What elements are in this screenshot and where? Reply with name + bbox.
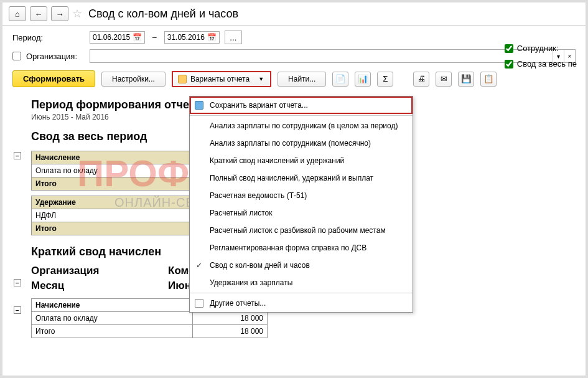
dropdown-item[interactable]: Анализ зарплаты по сотрудникам (помесячн… — [190, 135, 413, 152]
month-field-label: Месяц — [31, 280, 168, 292]
whole-period-label: Свод за весь пе — [517, 59, 577, 69]
dropdown-other-reports[interactable]: Другие отчеты... — [190, 295, 413, 312]
settings-button[interactable]: Настройки... — [101, 72, 166, 87]
top-toolbar: ⌂ ← → ☆ Свод с кол-вом дней и часов — [2, 2, 586, 26]
folder-icon — [178, 75, 187, 83]
filters-panel: Период: 01.06.2015 📅 – 31.05.2016 📅 ... … — [2, 26, 586, 68]
back-button[interactable]: ← — [30, 6, 47, 21]
table-total: Итого — [32, 177, 193, 191]
table-row: Оплата по окладу — [32, 164, 193, 177]
save-button[interactable]: 💾 — [458, 72, 474, 87]
form-button[interactable]: Сформировать — [12, 70, 95, 87]
org-field-label: Организация — [31, 265, 168, 277]
mail-button[interactable]: ✉ — [436, 72, 452, 87]
date-separator: – — [150, 33, 159, 42]
dropdown-item[interactable]: Расчетный листок с разбивкой по рабочим … — [190, 222, 413, 239]
chevron-down-icon: ▼ — [258, 76, 264, 82]
date-to-input[interactable]: 31.05.2016 📅 — [164, 31, 220, 44]
employee-checkbox[interactable] — [505, 44, 513, 53]
collapse-marker[interactable]: − — [14, 279, 21, 286]
dropdown-save-variant[interactable]: Сохранить вариант отчета... — [190, 97, 413, 114]
report-icon — [195, 299, 203, 308]
table-header: Начисление — [32, 299, 193, 312]
sigma-button[interactable]: Σ — [377, 72, 393, 87]
dropdown-item[interactable]: Расчетный листок — [190, 204, 413, 222]
calendar-icon[interactable]: 📅 — [207, 33, 217, 42]
summary-table-2: Удержание НДФЛ Итого — [31, 196, 193, 235]
summary-table-1: Начисление Оплата по окладу Итого — [31, 151, 193, 191]
whole-period-checkbox[interactable] — [505, 60, 513, 69]
page-title: Свод с кол-вом дней и часов — [88, 7, 238, 21]
favorite-icon[interactable]: ☆ — [72, 7, 82, 21]
print-button[interactable]: 🖨 — [413, 72, 429, 87]
dropdown-item[interactable]: Регламентированная форма справка по ДСВ — [190, 239, 413, 257]
table-total: Итого — [32, 222, 193, 235]
table-cell: 18 000 — [192, 312, 267, 325]
table-header: Начисление — [32, 151, 193, 164]
dropdown-item[interactable]: Полный свод начислений, удержаний и выпл… — [190, 169, 413, 187]
more-button[interactable]: 📋 — [480, 72, 497, 87]
org-input[interactable]: ▾ × — [90, 49, 576, 63]
save-icon — [195, 101, 203, 110]
table-cell: Итого — [32, 325, 193, 338]
variants-dropdown: Сохранить вариант отчета... Анализ зарпл… — [189, 96, 413, 313]
table-cell: 18 000 — [192, 325, 267, 338]
dropdown-item[interactable]: Расчетная ведомость (Т-51) — [190, 187, 413, 204]
find-button[interactable]: Найти... — [278, 72, 326, 87]
collapse-marker[interactable]: − — [14, 306, 21, 314]
collapse-marker[interactable]: − — [14, 152, 21, 159]
period-label: Период: — [12, 33, 85, 42]
table-header: Удержание — [32, 196, 193, 209]
date-from-input[interactable]: 01.06.2015 📅 — [90, 31, 145, 44]
home-button[interactable]: ⌂ — [9, 6, 26, 21]
dropdown-item-checked[interactable]: ✓ Свод с кол-вом дней и часов — [190, 257, 413, 274]
table-row: НДФЛ — [32, 209, 193, 222]
forward-button[interactable]: → — [51, 6, 68, 21]
toolbar-icon-1[interactable]: 📄 — [332, 72, 348, 87]
period-more-button[interactable]: ... — [225, 31, 242, 44]
org-checkbox[interactable] — [12, 52, 21, 60]
employee-label: Сотрудник: — [517, 44, 559, 53]
dropdown-item[interactable]: Удержания из зарплаты — [190, 274, 413, 291]
table-cell: Оплата по окладу — [32, 312, 193, 325]
variants-button[interactable]: Варианты отчета ▼ — [172, 71, 271, 87]
check-icon: ✓ — [196, 261, 202, 270]
org-label: Организация: — [26, 52, 85, 61]
calendar-icon[interactable]: 📅 — [133, 33, 142, 42]
toolbar-icon-2[interactable]: 📊 — [355, 72, 371, 87]
dropdown-item[interactable]: Анализ зарплаты по сотрудникам (в целом … — [190, 117, 413, 135]
action-toolbar: Сформировать Настройки... Варианты отчет… — [2, 68, 586, 93]
dropdown-item[interactable]: Краткий свод начислений и удержаний — [190, 152, 413, 169]
